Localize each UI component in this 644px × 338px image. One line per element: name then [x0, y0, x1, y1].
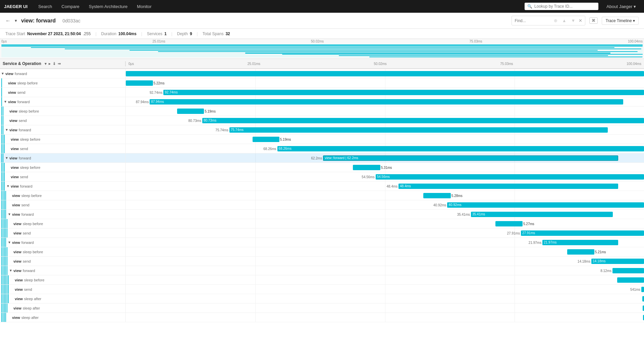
span-toggle[interactable]: ▼ — [7, 240, 12, 245]
span-bar[interactable]: 75.74ms — [229, 127, 608, 133]
span-timeline: 541ms541μs — [126, 285, 644, 294]
span-row[interactable]: viewsleep after1.24ms — [0, 294, 644, 303]
span-bar[interactable] — [642, 296, 644, 301]
span-bar[interactable] — [126, 71, 644, 76]
span-bar[interactable]: 14.18ms — [591, 259, 644, 264]
span-row[interactable]: viewsleep before5.21ms — [0, 247, 644, 257]
span-toggle[interactable]: ▼ — [0, 71, 5, 76]
trace-id-input[interactable] — [534, 4, 596, 9]
grid-line — [515, 107, 515, 116]
span-connector — [5, 210, 6, 219]
span-bar[interactable]: 80.73ms — [202, 118, 644, 123]
span-row[interactable]: viewsend92.74ms92.74ms — [0, 88, 644, 97]
find-input[interactable] — [515, 18, 550, 23]
span-bar[interactable]: 40.92ms — [447, 202, 644, 208]
span-row[interactable]: ▼viewforward8.12ms8.12ms — [0, 266, 644, 275]
span-operation: forward — [21, 241, 34, 245]
span-toggle[interactable]: ▼ — [5, 184, 11, 189]
span-toggle[interactable]: ▼ — [4, 127, 9, 133]
sort-expand-all-icon[interactable]: ⇓ — [52, 61, 56, 66]
back-button[interactable]: ← — [5, 18, 11, 24]
span-row[interactable]: ▼viewforward87.94ms87.94ms — [0, 97, 644, 107]
about-button[interactable]: About Jaeger ▾ — [602, 2, 640, 11]
span-row[interactable]: ▼viewforward62.2msview::forward | 62.2ms — [0, 153, 644, 163]
chevron-down-icon[interactable]: ▾ — [15, 18, 17, 23]
span-bar[interactable]: 92.74ms — [163, 90, 644, 95]
grid-line — [255, 144, 256, 153]
span-bar[interactable]: 87.94ms — [150, 99, 623, 105]
span-connector — [4, 313, 5, 322]
span-bar[interactable]: 54.56ms — [376, 174, 644, 180]
span-bar-label: 48.4ms — [400, 184, 411, 188]
span-row[interactable]: viewsend54.56ms54.56ms — [0, 172, 644, 182]
span-row[interactable]: viewsleep before5.31ms — [0, 163, 644, 172]
span-bar[interactable] — [617, 277, 644, 283]
span-row[interactable]: ▼viewforward48.4ms48.4ms — [0, 182, 644, 191]
span-row[interactable]: ▼viewforward21.97ms21.97ms — [0, 238, 644, 247]
keyboard-shortcut-icon[interactable]: ⌘ — [589, 17, 598, 24]
span-row[interactable]: viewsleep before5.19ms — [0, 135, 644, 144]
span-bar-label-outside: 5.27ms — [523, 222, 534, 225]
timeline-minimap[interactable] — [1, 44, 643, 57]
span-row[interactable]: ▼viewforward — [0, 69, 644, 78]
nav-search[interactable]: Search — [34, 2, 56, 11]
span-bar[interactable] — [353, 165, 380, 170]
span-bar[interactable] — [643, 306, 644, 311]
span-bar[interactable] — [253, 137, 279, 142]
nav-system-architecture[interactable]: System Architecture — [85, 2, 132, 11]
find-up-button[interactable]: ▲ — [561, 17, 568, 24]
span-bar[interactable]: view::forward | 62.2ms — [323, 155, 618, 161]
find-box[interactable]: ⊕ ▲ ▼ ✕ — [512, 16, 585, 25]
span-toggle[interactable]: ▼ — [8, 268, 13, 273]
span-service: view — [12, 194, 20, 198]
span-bar[interactable] — [612, 268, 644, 273]
span-toggle[interactable]: ▼ — [3, 99, 8, 105]
span-bar[interactable]: 21.97ms — [542, 240, 618, 245]
sort-collapse-all-icon[interactable]: ⇒ — [57, 61, 61, 66]
span-bar[interactable] — [495, 221, 523, 226]
span-row[interactable]: viewsend68.26ms68.26ms — [0, 144, 644, 153]
span-bar[interactable]: 48.4ms — [398, 184, 618, 189]
tick-1: 25.01ms — [152, 40, 165, 43]
span-row[interactable]: viewsleep before5.19ms — [0, 275, 644, 285]
find-prev-button[interactable]: ⊕ — [552, 17, 559, 24]
trace-id-search-box[interactable]: 🔍 — [525, 3, 598, 10]
span-row[interactable]: viewsend80.73ms80.73ms — [0, 116, 644, 125]
sort-collapse-icon[interactable]: ▾ — [44, 61, 47, 66]
span-bar[interactable]: 35.41ms — [471, 212, 613, 217]
span-toggle[interactable]: ▼ — [4, 155, 9, 161]
span-row[interactable]: viewsend27.91ms27.91ms — [0, 228, 644, 238]
span-bar[interactable]: 27.91ms — [521, 230, 644, 236]
find-down-button[interactable]: ▼ — [570, 17, 577, 24]
span-row[interactable]: viewsleep after1.25ms — [0, 303, 644, 313]
span-bar[interactable] — [423, 193, 451, 198]
span-left: ▼viewforward — [0, 238, 126, 247]
span-row[interactable]: ▼viewforward75.74ms75.74ms — [0, 125, 644, 135]
sort-expand-icon[interactable]: ▸ — [48, 61, 51, 66]
grid-line — [385, 313, 385, 322]
span-row[interactable]: viewsleep before5.27ms — [0, 219, 644, 228]
nav-compare[interactable]: Compare — [57, 2, 83, 11]
find-close-button[interactable]: ✕ — [579, 18, 582, 23]
span-row[interactable]: viewsend541ms541μs — [0, 285, 644, 294]
span-bar[interactable] — [177, 109, 204, 114]
span-connector — [3, 200, 3, 209]
trace-timeline-button[interactable]: Trace Timeline ▾ — [602, 17, 639, 25]
grid-line — [515, 275, 515, 284]
span-bar[interactable] — [641, 287, 644, 292]
span-row[interactable]: ▼viewforward35.41ms35.41ms — [0, 210, 644, 219]
span-row[interactable]: viewsleep before5.28ms — [0, 191, 644, 200]
span-bar[interactable]: 68.26ms — [277, 146, 644, 151]
grid-line — [255, 228, 256, 238]
span-bar[interactable] — [126, 80, 153, 86]
span-row[interactable]: viewsleep after1.19ms — [0, 313, 644, 322]
span-row[interactable]: viewsend40.92ms40.92ms — [0, 200, 644, 210]
span-toggle[interactable]: ▼ — [7, 212, 12, 217]
span-row[interactable]: viewsleep before5.19ms — [0, 107, 644, 116]
span-connector — [4, 219, 5, 228]
span-row[interactable]: viewsend14.18ms14.18ms — [0, 257, 644, 266]
nav-monitor[interactable]: Monitor — [133, 2, 155, 11]
span-row[interactable]: viewsleep before5.22ms — [0, 78, 644, 88]
span-toggle — [7, 202, 12, 208]
span-bar[interactable] — [567, 249, 594, 255]
